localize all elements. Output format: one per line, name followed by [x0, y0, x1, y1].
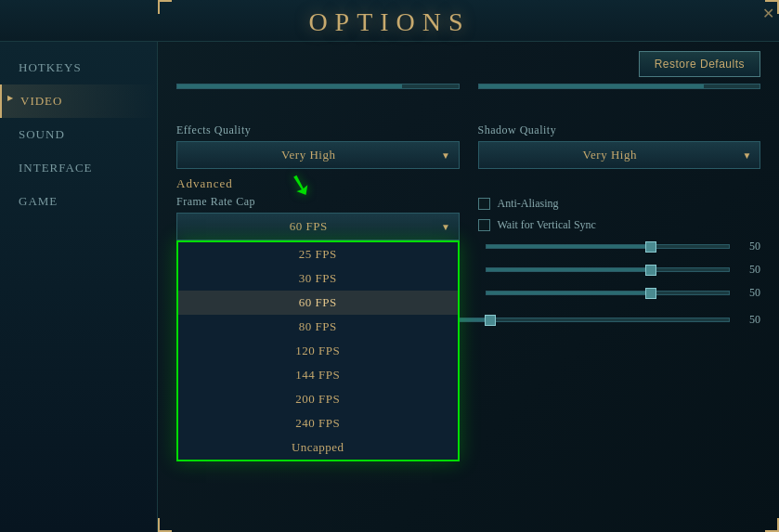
sidebar-item-game[interactable]: GAME	[0, 185, 157, 218]
vsync-checkbox[interactable]	[478, 219, 490, 231]
content-area: Restore Defaults Effects Quality Very Hi…	[158, 42, 779, 532]
close-button[interactable]: ✕	[762, 5, 774, 22]
sidebar-item-interface[interactable]: INTERFACE	[0, 151, 157, 185]
slider-track-2[interactable]	[486, 267, 731, 272]
slider-thumb-2[interactable]	[645, 265, 656, 276]
top-slider-right[interactable]	[478, 84, 761, 89]
effects-quality-dropdown[interactable]: Very High ▼	[176, 141, 460, 169]
page-title: OPTIONS	[0, 7, 779, 37]
frame-rate-dropdown-list: 25 FPS 30 FPS 60 FPS 80 FPS 120 FPS 144 …	[176, 240, 460, 461]
quality-row: Effects Quality Very High ▼ Shadow Quali…	[176, 123, 760, 169]
options-screen: OPTIONS ✕ HOTKEYS VIDEO SOUND INTERFACE …	[0, 0, 779, 532]
frame-rate-dropdown-container: 60 FPS ▼ 25 FPS 30 FPS 60 FPS 80 FPS 120…	[176, 213, 460, 240]
effects-quality-arrow: ▼	[441, 150, 450, 161]
anti-aliasing-checkbox[interactable]	[478, 198, 490, 210]
corner-decoration-tl	[158, 0, 172, 14]
effects-quality-label: Effects Quality	[176, 123, 460, 137]
anti-aliasing-checkbox-row[interactable]: Anti-Aliasing	[478, 197, 761, 211]
fps-option-25[interactable]: 25 FPS	[178, 242, 458, 266]
vsync-checkbox-row[interactable]: Wait for Vertical Sync	[478, 218, 761, 232]
framerate-row: Frame Rate Cap ➘ 60 FPS ▼ 25 FPS 30 FPS …	[176, 195, 760, 309]
framerate-right: Anti-Aliasing Wait for Vertical Sync	[478, 195, 761, 309]
slider-value-2: 50	[737, 263, 760, 277]
sidebar-item-hotkeys[interactable]: HOTKEYS	[0, 51, 157, 84]
shadow-quality-dropdown[interactable]: Very High ▼	[478, 141, 761, 169]
slider-value-3: 50	[737, 286, 760, 300]
fps-option-80[interactable]: 80 FPS	[178, 315, 458, 339]
fps-option-120[interactable]: 120 FPS	[178, 339, 458, 363]
vsync-label: Wait for Vertical Sync	[498, 218, 596, 232]
right-sliders: 50 50 50	[478, 240, 761, 300]
slider-track-1[interactable]	[486, 244, 731, 249]
fps-option-200[interactable]: 200 FPS	[178, 387, 458, 411]
slider-row-2: 50	[478, 263, 761, 277]
shadow-quality-group: Shadow Quality Very High ▼	[478, 123, 761, 169]
fps-option-30[interactable]: 30 FPS	[178, 266, 458, 291]
frame-rate-dropdown-header[interactable]: 60 FPS ▼	[176, 213, 460, 240]
restore-defaults-button[interactable]: Restore Defaults	[639, 51, 760, 77]
advanced-section-label: Advanced	[176, 176, 760, 191]
sidebar: HOTKEYS VIDEO SOUND INTERFACE GAME	[0, 42, 158, 532]
color-slider-thumb[interactable]	[485, 315, 496, 326]
main-layout: HOTKEYS VIDEO SOUND INTERFACE GAME Resto…	[0, 42, 779, 532]
top-slider-left[interactable]	[176, 84, 460, 89]
anti-aliasing-label: Anti-Aliasing	[498, 197, 559, 211]
fps-option-uncapped[interactable]: Uncapped	[178, 435, 458, 460]
slider-track-3[interactable]	[486, 291, 731, 295]
fps-option-60[interactable]: 60 FPS	[178, 291, 458, 315]
header: OPTIONS	[0, 0, 779, 42]
checkbox-group: Anti-Aliasing Wait for Vertical Sync	[478, 197, 761, 232]
shadow-quality-label: Shadow Quality	[478, 123, 761, 137]
shadow-quality-arrow: ▼	[743, 150, 752, 161]
framerate-left: Frame Rate Cap ➘ 60 FPS ▼ 25 FPS 30 FPS …	[176, 195, 460, 240]
slider-thumb-1[interactable]	[645, 241, 656, 253]
slider-row-1: 50	[478, 240, 761, 253]
slider-value-1: 50	[737, 240, 760, 253]
corner-decoration-bl	[158, 518, 172, 532]
fps-option-144[interactable]: 144 FPS	[178, 363, 458, 387]
frame-rate-dropdown-arrow: ▼	[441, 222, 450, 232]
top-sliders	[176, 84, 760, 91]
effects-quality-group: Effects Quality Very High ▼	[176, 123, 460, 169]
frame-rate-label: Frame Rate Cap	[176, 195, 460, 209]
corner-decoration-br	[765, 518, 779, 532]
color-slider-value: 50	[737, 313, 760, 327]
sidebar-item-video[interactable]: VIDEO	[0, 84, 157, 118]
slider-thumb-3[interactable]	[645, 288, 656, 299]
fps-option-240[interactable]: 240 FPS	[178, 411, 458, 435]
sidebar-item-sound[interactable]: SOUND	[0, 118, 157, 151]
slider-row-3: 50	[478, 286, 761, 300]
